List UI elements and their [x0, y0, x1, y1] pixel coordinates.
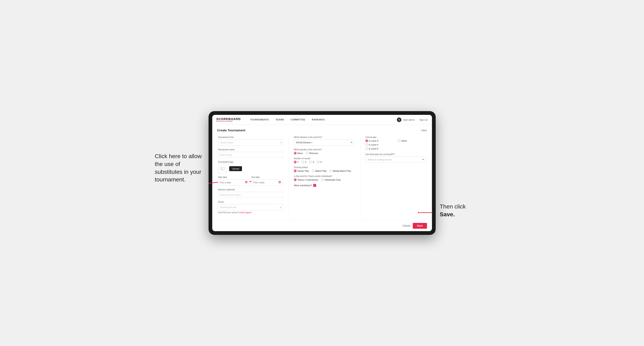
scoring-medal-radio[interactable] [330, 170, 332, 172]
gender-radio-group: Mens Womens [294, 152, 354, 155]
rounds-4-radio[interactable] [317, 161, 320, 163]
individuals-only[interactable]: Individuals Only [321, 178, 341, 181]
format-other[interactable]: Other [398, 139, 426, 142]
rounds-1-label: 1 [297, 161, 298, 163]
page-content: Create Tournament ‹ Back Tournament Host… [212, 125, 432, 220]
teams-plus-radio[interactable] [294, 178, 296, 181]
sign-out-link[interactable]: Sign out [419, 119, 428, 121]
cancel-button[interactable]: Cancel [403, 224, 410, 227]
host-dropdown-icon: ▾ [280, 141, 281, 144]
date-row: Start date 📅 End date [218, 176, 283, 185]
nav-teams[interactable]: TEAMS [272, 115, 288, 125]
venue-note: Can't find your venue? email support [218, 211, 283, 214]
format-5count4-radio[interactable] [366, 139, 368, 142]
teams-label: Is this event for Teams and/or Individua… [294, 175, 354, 177]
tournament-logo-section: Tournament logo Upload [218, 161, 283, 173]
venue-dropdown-icon: ▾ [280, 206, 281, 209]
scoring-match-label: Match Play [315, 170, 326, 172]
nav-right: B blair admin | Sign out [397, 118, 428, 122]
gender-womens[interactable]: Womens [306, 152, 318, 155]
logo-placeholder [218, 164, 227, 173]
rounds-4-label: 4 [320, 161, 322, 163]
nav-committee[interactable]: COMMITTEE [288, 115, 309, 125]
tournament-name-label: Tournament name [218, 149, 283, 151]
scoring-match-radio[interactable] [312, 170, 314, 172]
end-date-section: End date 📅 [252, 176, 283, 185]
start-date-label: Start date [218, 176, 250, 178]
scoring-stroke-label: Stroke Play [297, 170, 309, 172]
end-date-label: End date [252, 176, 283, 178]
rounds-2[interactable]: 2 [302, 161, 306, 163]
substitutes-section: Allow substitutes? [294, 184, 354, 187]
svg-point-4 [221, 168, 222, 169]
division-label: Which division is the event for? [294, 136, 354, 138]
nav-tournaments[interactable]: TOURNAMENTS [247, 115, 272, 125]
save-button[interactable]: Save [413, 223, 427, 229]
gender-section: Which gender is the event for? Mens Wome… [294, 149, 354, 155]
col-left: Tournament Host ▾ Tournament name Tourna [217, 136, 284, 216]
end-date-input[interactable] [252, 179, 283, 185]
format-6count4-radio[interactable] [366, 143, 368, 146]
format-6count5-radio[interactable] [366, 147, 368, 150]
format-6count5[interactable]: 6 count 5 [366, 147, 394, 150]
brand-name: SCOREBOARD [216, 117, 241, 120]
scoring-stroke[interactable]: Stroke Play [294, 170, 309, 172]
rounds-2-radio[interactable] [302, 161, 304, 163]
tournament-logo-label: Tournament logo [218, 161, 283, 163]
individuals-only-radio[interactable] [321, 178, 324, 181]
format-label: Format type [366, 136, 426, 138]
format-options: 5 count 4 Other 6 count 4 [366, 139, 426, 150]
format-5count4[interactable]: 5 count 4 [366, 139, 394, 142]
scoring-stroke-radio[interactable] [294, 170, 296, 172]
logo-upload-area: Upload [218, 164, 283, 173]
rounds-3[interactable]: 3 [309, 161, 314, 163]
upload-button[interactable]: Upload [229, 166, 242, 171]
format-other-label: Other [402, 140, 407, 142]
format-6count4[interactable]: 6 count 4 [366, 143, 394, 146]
rounds-3-radio[interactable] [309, 161, 312, 163]
gender-mens[interactable]: Mens [294, 152, 303, 155]
teams-radio-group: Teams (+Individuals) Individuals Only [294, 178, 354, 181]
substitutes-checkbox-label[interactable]: Allow substitutes? [294, 184, 354, 187]
tournament-name-input[interactable] [218, 152, 283, 158]
rounds-1[interactable]: 1 [294, 161, 298, 163]
rounds-3-label: 3 [312, 161, 314, 163]
scoring-section: Scoring system Stroke Play Match Play [294, 166, 354, 172]
format-6count4-label: 6 count 4 [369, 144, 378, 146]
gender-label: Which gender is the event for? [294, 149, 354, 151]
tournament-host-label: Tournament Host [218, 136, 283, 138]
form-grid: Tournament Host ▾ Tournament name Tourna [217, 136, 427, 216]
scoring-medal-label: Medal Match Play [333, 170, 351, 172]
scoring-service-select[interactable]: Select a scoring service [366, 157, 426, 163]
format-section: Format type 5 count 4 Other [366, 136, 426, 150]
start-date-input[interactable] [218, 179, 250, 185]
rounds-4[interactable]: 4 [317, 161, 322, 163]
back-link[interactable]: ‹ Back [420, 129, 427, 132]
gender-mens-radio[interactable] [294, 152, 296, 155]
sponsor-input[interactable] [218, 192, 283, 198]
scoring-radio-group: Stroke Play Match Play Medal Match Play [294, 170, 354, 172]
nav-divider: | [417, 119, 417, 121]
end-date-wrap: 📅 [252, 179, 283, 185]
substitutes-label-text: Allow substitutes? [294, 184, 312, 187]
format-other-radio[interactable] [398, 139, 400, 142]
rounds-radio-group: 1 2 3 [294, 161, 354, 163]
tournament-host-input[interactable] [218, 139, 283, 146]
page-header: Create Tournament ‹ Back [217, 129, 427, 132]
gender-womens-radio[interactable] [306, 152, 308, 155]
scoring-match[interactable]: Match Play [312, 170, 326, 172]
nav-rankings[interactable]: RANKINGS [308, 115, 328, 125]
scoring-medal[interactable]: Medal Match Play [330, 170, 351, 172]
email-support-link[interactable]: email support [239, 211, 252, 214]
scoring-service-label: Use third-party live scoring API? [366, 153, 426, 156]
division-select[interactable]: NCAA Division I [294, 139, 354, 146]
substitutes-checkbox[interactable] [313, 184, 316, 187]
gender-mens-label: Mens [297, 152, 303, 155]
teams-plus-individuals[interactable]: Teams (+Individuals) [294, 178, 318, 181]
image-icon [220, 167, 225, 170]
scoring-label: Scoring system [294, 166, 354, 169]
rounds-1-radio[interactable] [294, 161, 296, 163]
navbar: SCOREBOARD Powered by clippd TOURNAMENTS… [212, 115, 432, 125]
venue-input[interactable] [218, 204, 283, 210]
tournament-name-section: Tournament name [218, 149, 283, 158]
